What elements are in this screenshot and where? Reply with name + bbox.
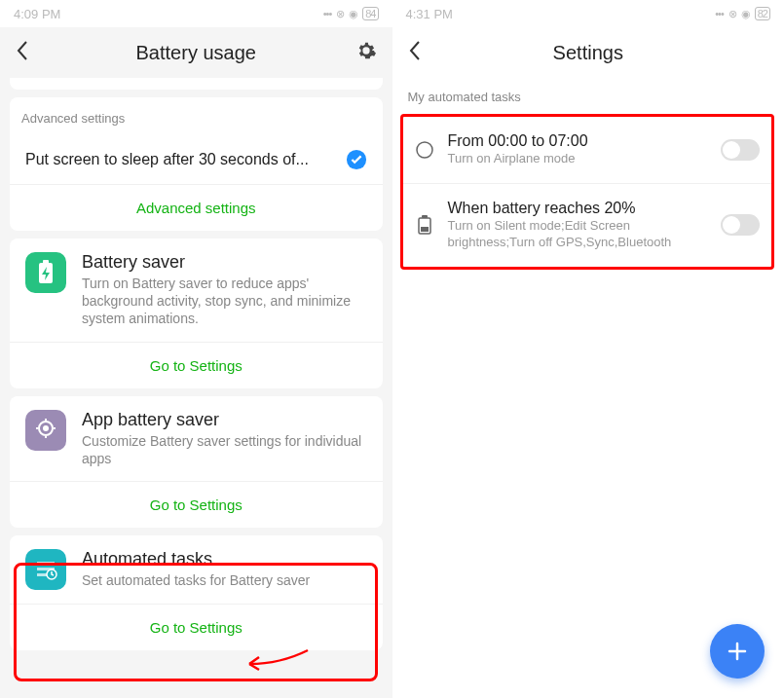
svg-rect-7 (37, 573, 47, 576)
task-item[interactable]: When battery reaches 20% Turn on Silent … (403, 183, 772, 267)
card-title: Automated tasks (82, 549, 367, 569)
status-icons: ••• ⊗ ◉ 82 (715, 7, 770, 20)
card-sub: Set automated tasks for Battery saver (82, 571, 367, 589)
svg-rect-12 (421, 227, 429, 232)
svg-point-4 (43, 425, 49, 431)
status-time: 4:09 PM (14, 7, 60, 21)
wifi-icon: ◉ (349, 8, 357, 20)
wifi-icon: ◉ (741, 8, 750, 20)
status-bar: 4:31 PM ••• ⊗ ◉ 82 (392, 0, 785, 27)
header: Settings (392, 27, 785, 78)
header: Battery usage (0, 27, 392, 78)
automated-tasks-card: Automated tasks Set automated tasks for … (10, 535, 383, 650)
add-button[interactable] (710, 624, 765, 679)
battery-saver-card: Battery saver Turn on Battery saver to r… (10, 239, 383, 388)
toggle-switch[interactable] (721, 214, 760, 236)
sleep-row[interactable]: Put screen to sleep after 30 seconds of.… (10, 135, 383, 184)
back-icon[interactable] (16, 40, 29, 65)
task-item[interactable]: From 00:00 to 07:00 Turn on Airplane mod… (403, 117, 772, 183)
card-title: Battery saver (82, 252, 367, 273)
task-sub: Turn on Airplane mode (448, 151, 708, 167)
advanced-link[interactable]: Advanced settings (10, 184, 383, 231)
section-label: My automated tasks (392, 78, 785, 114)
task-title: When battery reaches 20% (448, 200, 708, 217)
check-icon (346, 149, 367, 170)
card-sub: Customize Battery saver settings for ind… (82, 432, 367, 467)
card-row[interactable]: App battery saver Customize Battery save… (10, 396, 383, 481)
svg-point-9 (417, 142, 432, 158)
gear-icon[interactable] (355, 40, 377, 65)
task-title: From 00:00 to 07:00 (448, 132, 708, 150)
card-row[interactable]: Battery saver Turn on Battery saver to r… (10, 239, 383, 342)
battery-icon: 82 (755, 7, 770, 20)
status-bar: 4:09 PM ••• ⊗ ◉ 84 (0, 0, 392, 27)
automated-tasks-icon (25, 549, 66, 590)
svg-rect-11 (422, 215, 428, 218)
card-row[interactable]: Automated tasks Set automated tasks for … (10, 535, 383, 604)
sleep-text: Put screen to sleep after 30 seconds of.… (25, 151, 346, 168)
battery-saver-icon (25, 252, 66, 293)
card-title: App battery saver (82, 410, 367, 430)
task-sub: Turn on Silent mode;Edit Screen brightne… (448, 218, 708, 251)
task-list-highlight: From 00:00 to 07:00 Turn on Airplane mod… (400, 114, 775, 270)
sim-icon: ⊗ (728, 8, 736, 20)
advanced-section: Advanced settings Put screen to sleep af… (10, 97, 383, 231)
moon-icon (415, 141, 434, 159)
more-icon: ••• (715, 8, 724, 19)
app-battery-saver-card: App battery saver Customize Battery save… (10, 396, 383, 528)
card-sub: Turn on Battery saver to reduce apps' ba… (82, 275, 367, 328)
card-sliver (10, 78, 383, 90)
svg-rect-2 (43, 260, 49, 264)
status-icons: ••• ⊗ ◉ 84 (323, 7, 379, 20)
more-icon: ••• (323, 8, 332, 19)
svg-rect-5 (37, 562, 55, 565)
advanced-label: Advanced settings (10, 97, 383, 135)
go-to-settings-link[interactable]: Go to Settings (10, 604, 383, 650)
battery-icon (415, 215, 434, 235)
page-title: Battery usage (0, 42, 392, 64)
back-icon[interactable] (408, 40, 422, 65)
page-title: Settings (392, 42, 785, 64)
status-time: 4:31 PM (406, 7, 453, 21)
app-battery-icon (25, 410, 66, 451)
sim-icon: ⊗ (336, 8, 344, 20)
battery-icon: 84 (362, 7, 378, 20)
go-to-settings-link[interactable]: Go to Settings (10, 481, 383, 528)
go-to-settings-link[interactable]: Go to Settings (10, 342, 383, 388)
toggle-switch[interactable] (721, 139, 760, 161)
